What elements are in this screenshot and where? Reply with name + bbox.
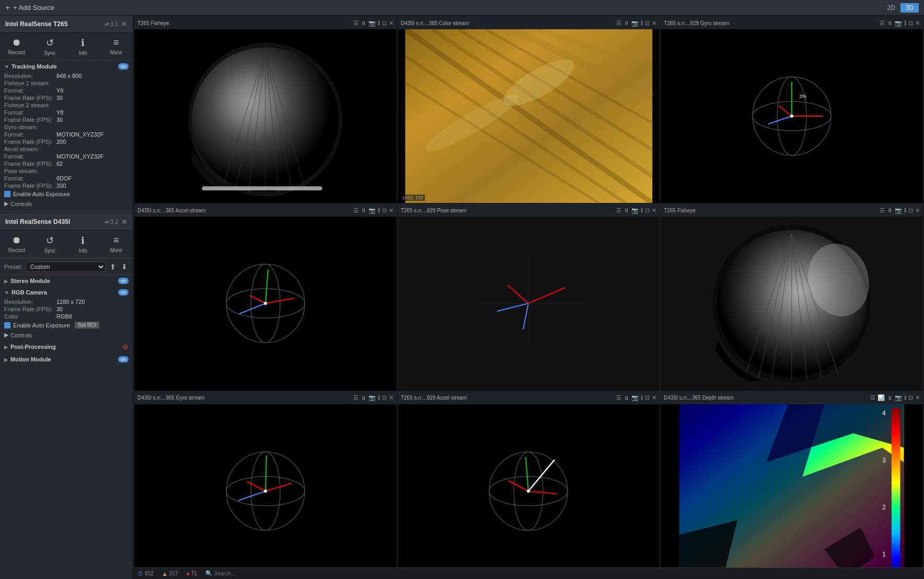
stream-pause9-icon[interactable]: ⏸ [887, 395, 893, 401]
stream-info7-icon[interactable]: ℹ [378, 394, 380, 401]
stereo-module-header[interactable]: ▶ Stereo Module on [4, 275, 129, 287]
motion-module-header[interactable]: ▶ Motion Module on [4, 354, 129, 365]
tracking-module-header[interactable]: ▼ Tracking Module on [4, 61, 129, 72]
auto-exposure-checkbox[interactable] [4, 191, 10, 197]
stream-info-icon[interactable]: ℹ [378, 20, 380, 27]
device2-more[interactable]: ≡ More [103, 235, 129, 254]
stream-resize8-icon[interactable]: ⊡ [645, 394, 650, 401]
stream-pause2-icon[interactable]: ⏸ [623, 20, 629, 26]
stream-close2-icon[interactable]: ✕ [652, 20, 656, 27]
stream-resize2-icon[interactable]: ⊡ [645, 20, 650, 27]
search-input[interactable] [214, 571, 256, 576]
stream-pause4-icon[interactable]: ⏸ [361, 207, 366, 213]
set-roi-button[interactable]: Set ROI [75, 322, 100, 328]
stream-camera8-icon[interactable]: 📷 [631, 394, 639, 401]
stereo-toggle[interactable]: on [118, 278, 129, 284]
stream-close3-icon[interactable]: ✕ [915, 20, 920, 27]
preset-download-btn[interactable]: ⬇ [120, 263, 129, 271]
warning-icon: ▲ [162, 571, 168, 577]
rgb-toggle[interactable]: on [118, 289, 129, 296]
stream-info5-icon[interactable]: ℹ [641, 207, 643, 214]
device1-record[interactable]: ⏺ Record [4, 37, 30, 56]
stream-pause5-icon[interactable]: ⏸ [623, 207, 629, 213]
device1-info[interactable]: ℹ Info [70, 37, 96, 56]
stream-pause3-icon[interactable]: ⏸ [887, 20, 893, 26]
stream-pause8-icon[interactable]: ⏸ [623, 395, 629, 401]
stream-t265-gyro-title: T265 s.n:...929 Gyro stream [664, 20, 880, 26]
view-2d-button[interactable]: 2D [882, 3, 900, 13]
device2-record[interactable]: ⏺ Record [4, 235, 30, 254]
stream-info6-icon[interactable]: ℹ [904, 207, 906, 214]
stream-camera5-icon[interactable]: 📷 [631, 207, 639, 214]
controls-link[interactable]: ▶ Controls [4, 199, 129, 209]
stream-close6-icon[interactable]: ✕ [915, 207, 920, 214]
rgb-controls-link[interactable]: ▶ Controls [4, 330, 129, 340]
stream-resize7-icon[interactable]: ⊡ [382, 394, 387, 401]
auto-exposure-row[interactable]: Enable Auto Exposure [4, 189, 129, 199]
fe1-fps-value: 30 [56, 95, 63, 101]
preset-select[interactable]: Custom [26, 262, 106, 272]
stream-close9-icon[interactable]: ✕ [915, 394, 920, 401]
device2-close[interactable]: ✕ [121, 218, 128, 226]
stream-resize5-icon[interactable]: ⊡ [645, 207, 650, 214]
stream-grid: T265 Fisheye ☰ ⏸ 📷 ℹ ⊡ ✕ [133, 16, 924, 579]
stream-info3-icon[interactable]: ℹ [904, 20, 906, 27]
stream-list2-icon[interactable]: ☰ [616, 20, 621, 27]
stream-list3-icon[interactable]: ☰ [880, 20, 885, 27]
svg-line-65 [528, 460, 555, 491]
stream-resize-icon[interactable]: ⊡ [382, 20, 387, 27]
view-3d-button[interactable]: 3D [900, 3, 919, 13]
stream-resize9-icon[interactable]: ⊡ [908, 394, 913, 401]
stream-info8-icon[interactable]: ℹ [641, 394, 643, 401]
stream-pause7-icon[interactable]: ⏸ [361, 395, 366, 401]
stream-close7-icon[interactable]: ✕ [389, 394, 394, 401]
stream-close5-icon[interactable]: ✕ [652, 207, 656, 214]
stream-d435i-accel-icons: ☰ ⏸ 📷 ℹ ⊡ ✕ [353, 207, 394, 214]
rgb-auto-exposure-row[interactable]: Enable Auto Exposure Set ROI [4, 320, 129, 330]
stream-camera4-icon[interactable]: 📷 [368, 207, 376, 214]
stream-camera9-icon[interactable]: 📷 [895, 394, 902, 401]
stream-resize3-icon[interactable]: ⊡ [908, 20, 913, 27]
stream-pause-icon[interactable]: ⏸ [361, 20, 366, 26]
stream-camera6-icon[interactable]: 📷 [895, 207, 902, 214]
add-source-button[interactable]: + + Add Source [5, 3, 54, 13]
rgb-camera-header[interactable]: ▼ RGB Camera on [4, 287, 129, 298]
stream-resize6-icon[interactable]: ⊡ [908, 207, 913, 214]
rgb-auto-exposure-checkbox[interactable] [4, 322, 10, 328]
device1-close[interactable]: ✕ [121, 20, 128, 28]
stream-list7-icon[interactable]: ☰ [353, 394, 359, 401]
device1-sync[interactable]: ↺ Sync [37, 37, 63, 56]
post-processing-header[interactable]: ▶ Post-Processing ⊕ [4, 340, 129, 354]
stream-info4-icon[interactable]: ℹ [378, 207, 380, 214]
stream-pause6-icon[interactable]: ⏸ [887, 207, 893, 213]
stream-camera-icon[interactable]: 📷 [368, 20, 376, 27]
stream-list8-icon[interactable]: ☰ [616, 394, 621, 401]
stream-close8-icon[interactable]: ✕ [652, 394, 656, 401]
device2-info[interactable]: ℹ Info [70, 235, 96, 254]
stream-close-icon[interactable]: ✕ [389, 20, 394, 27]
stream-chart9-icon[interactable]: 📊 [877, 394, 885, 401]
pp-toggle-off[interactable]: ⊕ [122, 343, 129, 351]
svg-line-38 [528, 288, 565, 303]
stream-camera7-icon[interactable]: 📷 [368, 394, 376, 401]
status-search[interactable]: 🔍 [205, 570, 256, 577]
device1-more[interactable]: ≡ More [103, 37, 129, 56]
device2-sync[interactable]: ↺ Sync [37, 235, 63, 254]
stream-list4-icon[interactable]: ☰ [353, 207, 359, 214]
device2-modules: ▶ Stereo Module on ▼ RGB Camera on Resol… [0, 275, 133, 365]
stream-camera2-icon[interactable]: 📷 [631, 20, 639, 27]
motion-toggle[interactable]: on [118, 356, 129, 362]
stream-list-icon[interactable]: ☰ [353, 20, 359, 27]
stream-camera3-icon[interactable]: 📷 [895, 20, 902, 27]
tracking-toggle[interactable]: on [118, 63, 129, 70]
stream-list6-icon[interactable]: ☰ [880, 207, 885, 214]
stream-d435i-depth-toolbar: D435I s.n:...365 Depth stream ☰ 📊 ⏸ 📷 ℹ … [661, 392, 923, 404]
stream-info9-icon[interactable]: ℹ [904, 394, 906, 401]
preset-upload-btn[interactable]: ⬆ [109, 263, 117, 271]
stream-list9-icon[interactable]: ☰ [870, 394, 875, 401]
stream-list5-icon[interactable]: ☰ [616, 207, 621, 214]
stream-info2-icon[interactable]: ℹ [641, 20, 643, 27]
stream-t265-fisheye-icons: ☰ ⏸ 📷 ℹ ⊡ ✕ [353, 20, 394, 27]
stream-close4-icon[interactable]: ✕ [389, 207, 394, 214]
stream-resize4-icon[interactable]: ⊡ [382, 207, 387, 214]
